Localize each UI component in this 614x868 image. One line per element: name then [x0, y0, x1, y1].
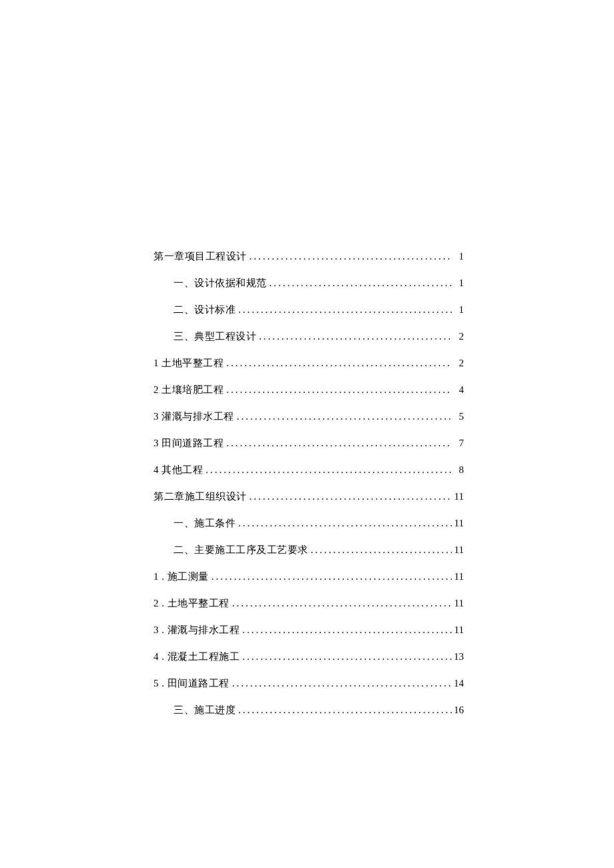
toc-entry: 第一章项目工程设计 ..............................… [154, 250, 464, 263]
toc-entry: 二、设计标准 .................................… [154, 304, 464, 316]
toc-label: 一、设计依据和规范 [174, 277, 267, 290]
toc-leader-dots: ........................................… [224, 358, 452, 369]
toc-label: 2 . 土地平整工程 [154, 597, 230, 610]
toc-label: 第二章施工组织设计 [154, 490, 247, 503]
toc-leader-dots: ........................................… [236, 304, 452, 316]
toc-leader-dots: ........................................… [236, 518, 452, 529]
toc-label: 4 其他工程 [154, 464, 203, 476]
toc-page-number: 1 [452, 251, 464, 262]
toc-leader-dots: ........................................… [267, 278, 452, 289]
toc-label: 一、施工条件 [174, 517, 236, 530]
toc-leader-dots: ........................................… [256, 331, 452, 342]
toc-page-number: 11 [452, 598, 464, 609]
toc-page-number: 14 [452, 678, 464, 689]
toc-label: 第一章项目工程设计 [154, 250, 247, 263]
toc-page-number: 1 [452, 278, 464, 289]
toc-leader-dots: ........................................… [224, 438, 452, 449]
toc-leader-dots: ........................................… [247, 251, 452, 262]
toc-page-number: 11 [452, 518, 464, 529]
toc-entry: 3 灌溉与排水工程 ..............................… [154, 410, 464, 423]
toc-leader-dots: ........................................… [240, 651, 452, 663]
toc-leader-dots: ........................................… [209, 571, 452, 582]
toc-leader-dots: ........................................… [236, 705, 452, 716]
toc-label: 1 土地平整工程 [154, 357, 224, 370]
toc-page-number: 13 [452, 651, 464, 663]
toc-label: 5 . 田间道路工程 [154, 677, 230, 690]
toc-leader-dots: ........................................… [224, 384, 452, 396]
toc-entry: 3 田间道路工程 ...............................… [154, 437, 464, 450]
toc-leader-dots: ........................................… [203, 464, 452, 476]
toc-entry: 4 其他工程 .................................… [154, 464, 464, 476]
toc-label: 二、设计标准 [174, 304, 236, 316]
toc-label: 3 田间道路工程 [154, 437, 224, 450]
toc-page-number: 16 [452, 705, 464, 716]
toc-page-number: 4 [452, 384, 464, 396]
toc-label: 3 . 灌溉与排水工程 [154, 624, 240, 636]
toc-leader-dots: ........................................… [230, 678, 452, 689]
toc-entry: 一、设计依据和规范 ..............................… [154, 277, 464, 290]
toc-page-number: 5 [452, 411, 464, 422]
table-of-contents: 第一章项目工程设计 ..............................… [154, 250, 464, 717]
toc-label: 三、施工进度 [174, 704, 236, 717]
toc-entry: 第二章施工组织设计 ..............................… [154, 490, 464, 503]
toc-leader-dots: ........................................… [234, 411, 452, 422]
toc-label: 3 灌溉与排水工程 [154, 410, 234, 423]
toc-entry: 三、典型工程设计 ...............................… [154, 330, 464, 343]
toc-label: 4 . 混凝土工程施工 [154, 650, 240, 663]
toc-page-number: 1 [452, 304, 464, 316]
toc-label: 1 . 施工测量 [154, 570, 209, 583]
toc-page-number: 11 [452, 624, 464, 636]
toc-entry: 三、施工进度 .................................… [154, 704, 464, 717]
toc-page-number: 7 [452, 438, 464, 449]
toc-entry: 1 . 施工测量 ...............................… [154, 570, 464, 583]
toc-label: 二、主要施工工序及工艺要求 [174, 544, 308, 556]
toc-entry: 1 土地平整工程 ...............................… [154, 357, 464, 370]
toc-entry: 2 土壤培肥工程 ...............................… [154, 384, 464, 396]
toc-leader-dots: ........................................… [308, 544, 452, 556]
toc-leader-dots: ........................................… [247, 491, 452, 502]
toc-label: 2 土壤培肥工程 [154, 384, 224, 396]
toc-label: 三、典型工程设计 [174, 330, 256, 343]
toc-page-number: 11 [452, 544, 464, 556]
toc-page-number: 11 [452, 571, 464, 582]
toc-page-number: 2 [452, 331, 464, 342]
toc-leader-dots: ........................................… [230, 598, 452, 609]
toc-page-number: 2 [452, 358, 464, 369]
toc-entry: 2 . 土地平整工程 .............................… [154, 597, 464, 610]
toc-entry: 4 . 混凝土工程施工 ............................… [154, 650, 464, 663]
toc-page-number: 8 [452, 464, 464, 476]
toc-leader-dots: ........................................… [240, 624, 452, 636]
toc-entry: 一、施工条件 .................................… [154, 517, 464, 530]
toc-entry: 二、主要施工工序及工艺要求 ..........................… [154, 544, 464, 556]
toc-entry: 3 . 灌溉与排水工程 ............................… [154, 624, 464, 636]
toc-page-number: 11 [452, 491, 464, 502]
toc-entry: 5 . 田间道路工程 .............................… [154, 677, 464, 690]
